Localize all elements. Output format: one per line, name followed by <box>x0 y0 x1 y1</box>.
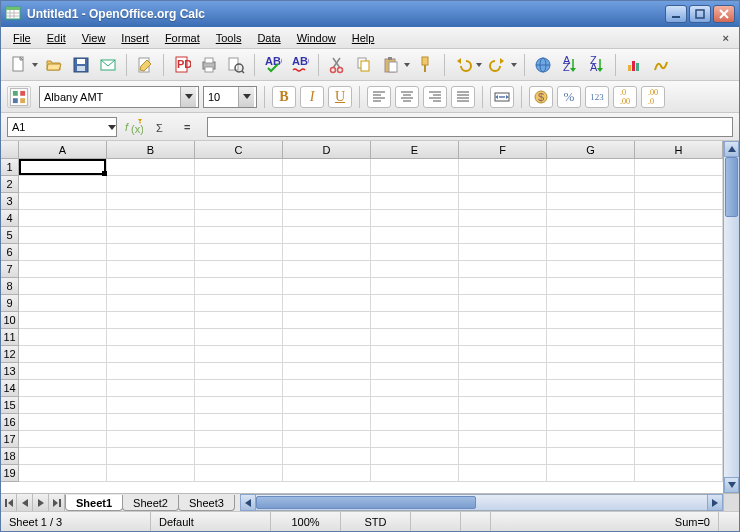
cell[interactable] <box>283 295 371 312</box>
sheet-tab[interactable]: Sheet1 <box>65 495 123 511</box>
cell[interactable] <box>195 278 283 295</box>
row-header[interactable]: 16 <box>1 414 19 431</box>
styles-button[interactable] <box>7 86 31 108</box>
cell[interactable] <box>459 363 547 380</box>
sort-ascending-button[interactable]: AZ <box>558 53 582 77</box>
scroll-down-button[interactable] <box>724 477 739 493</box>
cell[interactable] <box>371 465 459 482</box>
column-header[interactable]: F <box>459 141 547 159</box>
add-decimal-button[interactable]: .0.00 <box>613 86 637 108</box>
align-center-button[interactable] <box>395 86 419 108</box>
cell[interactable] <box>107 380 195 397</box>
cell[interactable] <box>459 261 547 278</box>
cell[interactable] <box>371 176 459 193</box>
cell[interactable] <box>635 261 723 278</box>
scroll-right-button[interactable] <box>707 494 723 511</box>
close-button[interactable] <box>713 5 735 23</box>
cell[interactable] <box>107 465 195 482</box>
cell[interactable] <box>371 278 459 295</box>
cell[interactable] <box>283 159 371 176</box>
cell[interactable] <box>195 244 283 261</box>
row-header[interactable]: 11 <box>1 329 19 346</box>
column-header[interactable]: E <box>371 141 459 159</box>
menu-help[interactable]: Help <box>344 30 383 46</box>
row-header[interactable]: 4 <box>1 210 19 227</box>
cell[interactable] <box>283 312 371 329</box>
cell[interactable] <box>195 329 283 346</box>
chart-button[interactable] <box>622 53 646 77</box>
cell[interactable] <box>19 176 107 193</box>
cell[interactable] <box>459 227 547 244</box>
cell[interactable] <box>107 244 195 261</box>
cell[interactable] <box>107 193 195 210</box>
format-paintbrush-button[interactable] <box>414 53 438 77</box>
align-left-button[interactable] <box>367 86 391 108</box>
cell[interactable] <box>195 193 283 210</box>
cell[interactable] <box>635 431 723 448</box>
cell-grid[interactable] <box>19 159 723 493</box>
cell[interactable] <box>371 431 459 448</box>
select-all-corner[interactable] <box>1 141 19 159</box>
cell[interactable] <box>195 261 283 278</box>
cell[interactable] <box>195 346 283 363</box>
cell[interactable] <box>19 329 107 346</box>
new-dropdown[interactable] <box>31 63 39 67</box>
horizontal-scrollbar[interactable] <box>240 494 723 511</box>
vertical-scrollbar[interactable] <box>723 141 739 493</box>
column-header[interactable]: C <box>195 141 283 159</box>
cell[interactable] <box>107 363 195 380</box>
cell[interactable] <box>283 380 371 397</box>
minimize-button[interactable] <box>665 5 687 23</box>
cell[interactable] <box>635 159 723 176</box>
cell[interactable] <box>547 193 635 210</box>
cell[interactable] <box>371 414 459 431</box>
sum-button[interactable]: Σ <box>151 117 173 137</box>
cell[interactable] <box>19 346 107 363</box>
cell[interactable] <box>371 227 459 244</box>
vertical-scroll-thumb[interactable] <box>725 157 738 217</box>
cell[interactable] <box>107 431 195 448</box>
menu-file[interactable]: File <box>5 30 39 46</box>
row-header[interactable]: 13 <box>1 363 19 380</box>
font-size-input[interactable] <box>204 87 238 107</box>
percent-button[interactable]: % <box>557 86 581 108</box>
align-right-button[interactable] <box>423 86 447 108</box>
row-header[interactable]: 6 <box>1 244 19 261</box>
email-button[interactable] <box>96 53 120 77</box>
cell[interactable] <box>283 397 371 414</box>
horizontal-scroll-thumb[interactable] <box>256 496 476 509</box>
cell[interactable] <box>635 363 723 380</box>
cell[interactable] <box>107 159 195 176</box>
cell[interactable] <box>107 329 195 346</box>
cell[interactable] <box>547 329 635 346</box>
cell[interactable] <box>195 465 283 482</box>
cell[interactable] <box>283 346 371 363</box>
cut-button[interactable] <box>325 53 349 77</box>
cell[interactable] <box>19 193 107 210</box>
cell[interactable] <box>283 227 371 244</box>
cell[interactable] <box>371 380 459 397</box>
cell[interactable] <box>547 176 635 193</box>
row-header[interactable]: 18 <box>1 448 19 465</box>
sheet-tab[interactable]: Sheet3 <box>178 495 235 511</box>
cell[interactable] <box>635 312 723 329</box>
align-justify-button[interactable] <box>451 86 475 108</box>
row-header[interactable]: 8 <box>1 278 19 295</box>
cell[interactable] <box>459 193 547 210</box>
number-format-button[interactable]: 123 <box>585 86 609 108</box>
row-header[interactable]: 10 <box>1 312 19 329</box>
cell[interactable] <box>283 176 371 193</box>
row-header[interactable]: 2 <box>1 176 19 193</box>
cell[interactable] <box>459 295 547 312</box>
cell[interactable] <box>547 312 635 329</box>
cell[interactable] <box>107 227 195 244</box>
cell[interactable] <box>371 159 459 176</box>
cell[interactable] <box>547 465 635 482</box>
cell[interactable] <box>371 210 459 227</box>
cell[interactable] <box>195 414 283 431</box>
status-insert-mode[interactable]: STD <box>341 512 411 531</box>
cell[interactable] <box>635 278 723 295</box>
cell[interactable] <box>635 193 723 210</box>
row-header[interactable]: 12 <box>1 346 19 363</box>
new-document-button[interactable] <box>7 53 31 77</box>
